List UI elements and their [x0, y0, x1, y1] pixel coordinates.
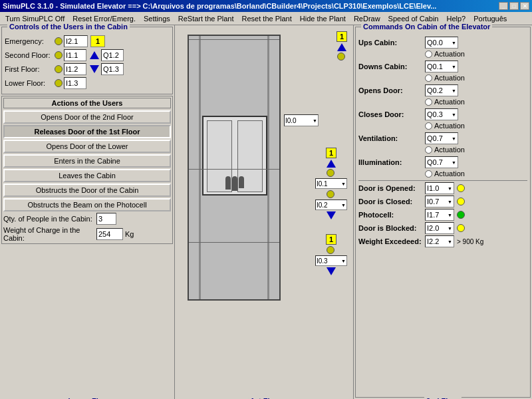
emergency-input[interactable]	[64, 35, 88, 47]
opens-door-radio[interactable]	[425, 98, 432, 106]
illumination-actuation-label: Actuation	[434, 170, 465, 178]
qty-label: Qty. of People in the Cabin:	[3, 215, 96, 223]
door-opened-dropdown[interactable]: I1.0 ▼	[425, 182, 454, 194]
ventilation-radio[interactable]	[425, 146, 432, 154]
elevator-value-dropdown[interactable]: I0.0▼	[284, 114, 319, 126]
menu-restart[interactable]: ReStart the Plant	[174, 13, 238, 24]
emergency-label: Emergency:	[5, 37, 55, 45]
left-panel: Controls of the Users in the Cabin Emerg…	[0, 25, 174, 399]
lower-floor-label: Lower Floor:	[5, 79, 55, 87]
menu-settings[interactable]: Settings	[140, 13, 174, 24]
up-arrow-icon	[90, 51, 99, 59]
closes-door-dropdown[interactable]: Q0.3 ▼	[425, 108, 458, 120]
door-closed-row: Door is Closed: I0.7 ▼	[358, 196, 527, 207]
ventilation-dropdown[interactable]: Q0.7 ▼	[425, 132, 458, 144]
ups-cabin-label: Ups Cabin:	[358, 39, 425, 47]
enters-cabin-button[interactable]: Enters in the Cabine	[3, 154, 171, 168]
weight-input[interactable]	[96, 228, 123, 240]
downs-cabin-dropdown[interactable]: Q0.1 ▼	[425, 61, 458, 72]
door-closed-dropdown[interactable]: I0.7 ▼	[425, 196, 454, 207]
qty-row: Qty. of People in the Cabin:	[3, 213, 171, 225]
ups-cabin-dropdown[interactable]: Q0.0 ▼	[425, 37, 458, 49]
photocell-row: Photocell: I1.7 ▼	[358, 209, 527, 221]
title-bar: SimuPLC 3.1.0 - Simulated Elevator ==> C…	[0, 0, 532, 12]
opens-door-row: Opens Door: Q0.2 ▼	[358, 84, 527, 96]
downs-actuation-label: Actuation	[434, 74, 465, 82]
emergency-led	[55, 37, 63, 45]
controls-title: Controls of the Users in the Cabin	[7, 23, 130, 31]
main-content: Controls of the Users in the Cabin Emerg…	[0, 25, 532, 399]
lower-floor-input[interactable]	[64, 77, 86, 89]
door-opened-row: Door is Opened: I1.0 ▼	[358, 182, 527, 194]
first-floor-input[interactable]	[64, 63, 86, 75]
emergency-indicator: 1	[90, 35, 105, 47]
controls-group: Controls of the Users in the Cabin Emerg…	[1, 27, 173, 94]
leaves-cabin-button[interactable]: Leaves the Cabin	[3, 169, 171, 182]
opens-door-lower-button[interactable]: Opens Door of the Lower	[3, 140, 171, 153]
ups-actuation-row: Actuation	[358, 50, 527, 58]
floor1-badge: 1	[326, 148, 336, 158]
second-floor-label: Second Floor:	[5, 51, 55, 59]
ventilation-label: Ventilation:	[358, 134, 425, 142]
menu-hide[interactable]: Hide the Plant	[296, 13, 350, 24]
photocell-label: Photocell:	[358, 211, 425, 219]
first-floor-output[interactable]	[101, 63, 124, 75]
lower-badge: 1	[326, 234, 336, 245]
closes-door-row: Closes Door: Q0.3 ▼	[358, 108, 527, 120]
maximize-button[interactable]: □	[509, 2, 519, 10]
ups-cabin-row: Ups Cabin: Q0.0 ▼	[358, 37, 527, 49]
commands-title: Commands On Cabin of the Elevator	[361, 23, 492, 31]
ventilation-row: Ventilation: Q0.7 ▼	[358, 132, 527, 144]
illumination-radio[interactable]	[425, 170, 432, 178]
floor1-led1	[327, 169, 334, 177]
downs-cabin-row: Downs Cabin: Q0.1 ▼	[358, 61, 527, 72]
closes-door-actuation-row: Actuation	[358, 122, 527, 130]
floor2-badge: 1	[336, 31, 347, 42]
door-opened-label: Door is Opened:	[358, 184, 425, 192]
photocell-led	[457, 211, 465, 219]
floor1-up-icon	[327, 160, 336, 168]
menu-reset-plant[interactable]: Reset the Plant	[238, 13, 296, 24]
weight-unit: Kg	[125, 230, 134, 238]
emergency-row: Emergency: 1	[5, 35, 170, 47]
obstructs-beam-button[interactable]: Obstructs the Beam on the Photocell	[3, 198, 171, 211]
obstructs-door-button[interactable]: Obstructs the Door of the Cabin	[3, 184, 171, 197]
second-floor-output[interactable]	[101, 49, 124, 61]
opens-door-2nd-button[interactable]: Opens Door of the 2nd Floor	[3, 110, 171, 124]
weight-exceeded-row: Weight Excedeed: I2.2 ▼ > 900 Kg	[358, 235, 527, 247]
closes-door-radio[interactable]	[425, 122, 432, 130]
close-button[interactable]: ✕	[520, 2, 529, 10]
lower-down-icon	[327, 267, 336, 275]
door-blocked-dropdown[interactable]: I2.0 ▼	[425, 222, 454, 234]
floor1-dropdown1[interactable]: I0.1▼	[315, 178, 347, 189]
closes-door-label: Closes Door:	[358, 110, 425, 118]
ventilation-actuation-label: Actuation	[434, 146, 465, 154]
second-floor-input[interactable]	[64, 49, 86, 61]
illumination-label: Illumination:	[358, 158, 425, 166]
opens-door-dropdown[interactable]: Q0.2 ▼	[425, 84, 458, 96]
floor1-dropdown2[interactable]: I0.2▼	[315, 200, 347, 210]
downs-actuation-radio[interactable]	[425, 74, 432, 82]
door-blocked-label: Door is Blocked:	[358, 224, 425, 232]
first-floor-led	[55, 65, 63, 73]
weight-exceeded-dropdown[interactable]: I2.2 ▼	[425, 235, 454, 247]
first-floor-row: First Floor:	[5, 63, 170, 75]
releases-door-1st-button[interactable]: Releases Door of the 1st Floor	[3, 125, 171, 138]
door-opened-led	[457, 184, 465, 192]
weight-exceeded-label: Weight Excedeed:	[358, 237, 425, 245]
floor1-led2	[327, 190, 334, 198]
ups-actuation-radio[interactable]	[425, 51, 432, 58]
illumination-dropdown[interactable]: Q0.7 ▼	[425, 156, 458, 168]
lower-led	[327, 246, 334, 254]
door-blocked-led	[457, 224, 465, 232]
actions-title: Actions of the Users	[3, 98, 171, 108]
second-floor-row: Second Floor:	[5, 49, 170, 61]
qty-input[interactable]	[96, 213, 116, 225]
lower-dropdown[interactable]: I0.3▼	[315, 255, 347, 266]
photocell-dropdown[interactable]: I1.7 ▼	[425, 209, 454, 221]
downs-actuation-row: Actuation	[358, 74, 527, 82]
floor2-led	[337, 53, 345, 61]
ups-actuation-label: Actuation	[434, 50, 465, 58]
down-arrow-icon	[90, 65, 99, 73]
minimize-button[interactable]: _	[499, 2, 508, 10]
